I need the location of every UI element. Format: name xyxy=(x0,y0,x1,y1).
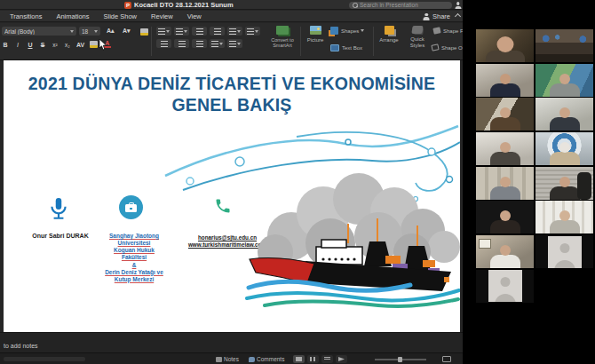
share-person-icon xyxy=(424,13,430,20)
subscript-button[interactable]: x₂ xyxy=(64,42,71,48)
picture-button[interactable]: Picture xyxy=(304,26,327,43)
zoom-slider[interactable] xyxy=(375,359,426,360)
notes-placeholder: to add notes xyxy=(4,343,38,349)
tab-review[interactable]: Review xyxy=(144,12,180,20)
avatar xyxy=(488,270,522,302)
statusbar: Notes Comments xyxy=(0,352,463,364)
columns-button[interactable] xyxy=(210,39,225,48)
italic-button[interactable]: I xyxy=(14,42,21,48)
slide-sorter-view-button[interactable] xyxy=(307,355,319,363)
powerpoint-window: P Kocaeli DTO 28.12.2021 Sunum Search in… xyxy=(0,0,463,364)
indent-decrease-button[interactable] xyxy=(192,27,207,36)
ribbon: Arial (Body) 18 A▴ A▾ B I U S x² x₂ AV A xyxy=(0,23,463,60)
tab-transitions[interactable]: Transitions xyxy=(3,12,49,20)
notes-icon xyxy=(216,357,222,362)
share-button[interactable]: Share xyxy=(424,11,450,22)
search-placeholder: Search in Presentation xyxy=(360,2,418,8)
zoom-gallery xyxy=(463,0,595,364)
search-icon xyxy=(353,3,357,7)
document-title: Kocaeli DTO 28.12.2021 Sunum xyxy=(134,1,234,9)
slide-counter xyxy=(4,357,85,361)
chevron-down-icon xyxy=(70,30,74,33)
comments-toggle-button[interactable]: Comments xyxy=(249,356,284,362)
affiliation-links[interactable]: Sanghay Jiaotong Üniversitesi Koguan Huk… xyxy=(91,233,178,283)
titlebar: P Kocaeli DTO 28.12.2021 Sunum Search in… xyxy=(0,0,463,10)
insert-table-button[interactable] xyxy=(245,27,260,36)
powerpoint-app-icon: P xyxy=(124,2,131,9)
underline-button[interactable]: U xyxy=(27,42,34,48)
cargo-ship-illustration xyxy=(245,158,460,309)
align-right-button[interactable] xyxy=(192,39,207,48)
screen: P Kocaeli DTO 28.12.2021 Sunum Search in… xyxy=(0,0,595,364)
participant-video[interactable] xyxy=(476,167,534,200)
shapes-button[interactable]: Shapes xyxy=(330,27,364,35)
notes-toggle-button[interactable]: Notes xyxy=(216,356,239,362)
strikethrough-button[interactable]: S xyxy=(39,42,46,48)
notes-pane[interactable]: to add notes xyxy=(0,332,463,352)
collapse-ribbon-icon[interactable] xyxy=(455,13,461,20)
participant-video[interactable] xyxy=(476,201,534,233)
briefcase-icon xyxy=(119,195,143,219)
text-box-icon xyxy=(330,44,339,51)
clear-formatting-icon[interactable] xyxy=(140,28,148,36)
bold-button[interactable]: B xyxy=(2,42,9,48)
highlight-color-button[interactable] xyxy=(90,41,98,48)
mouse-cursor xyxy=(99,39,107,51)
tab-view[interactable]: View xyxy=(180,12,209,20)
smartart-icon xyxy=(276,26,289,35)
participant-video[interactable] xyxy=(476,235,534,268)
zoom-slider-knob[interactable] xyxy=(398,357,402,363)
superscript-button[interactable]: x² xyxy=(52,42,59,48)
participant-avatar[interactable] xyxy=(476,270,534,303)
participant-video[interactable] xyxy=(536,132,593,165)
indent-increase-button[interactable] xyxy=(210,27,225,36)
text-box-button[interactable]: Text Box xyxy=(330,44,362,51)
shape-fill-icon xyxy=(432,27,440,35)
shrink-font-button[interactable]: A▾ xyxy=(123,28,131,35)
participant-video[interactable] xyxy=(536,64,593,97)
ribbon-tabs: Transitions Animations Slide Show Review… xyxy=(0,11,463,22)
tab-animations[interactable]: Animations xyxy=(49,12,96,20)
participant-video[interactable] xyxy=(536,201,593,233)
slide-canvas[interactable]: 2021 DÜNYA DENİZ TİCARETİ VE EKONOMİSİNE… xyxy=(4,60,460,332)
fit-slide-to-window-icon[interactable] xyxy=(442,356,451,362)
tab-slide-show[interactable]: Slide Show xyxy=(97,12,145,20)
align-left-button[interactable] xyxy=(156,39,171,48)
text-direction-button[interactable] xyxy=(227,39,242,48)
shapes-icon xyxy=(330,27,338,35)
align-center-button[interactable] xyxy=(174,39,189,48)
participant-video[interactable] xyxy=(476,29,534,62)
comments-icon xyxy=(249,357,255,362)
participant-video[interactable] xyxy=(476,132,534,165)
reading-view-button[interactable] xyxy=(321,355,333,363)
participant-avatar[interactable] xyxy=(536,235,593,268)
chevron-down-icon xyxy=(94,30,98,33)
avatar xyxy=(548,236,582,268)
participant-video[interactable] xyxy=(536,98,593,131)
slideshow-button[interactable] xyxy=(336,355,347,363)
search-input[interactable]: Search in Presentation xyxy=(349,2,452,10)
slide-title[interactable]: 2021 DÜNYA DENİZ TİCARETİ VE EKONOMİSİNE… xyxy=(4,74,460,116)
font-name-select[interactable]: Arial (Body) xyxy=(2,27,76,36)
participant-video[interactable] xyxy=(536,167,593,200)
empty-grid-cell xyxy=(536,270,593,303)
line-spacing-button[interactable] xyxy=(227,27,242,36)
numbering-button[interactable] xyxy=(174,27,189,36)
account-icon[interactable] xyxy=(455,2,461,9)
bullets-button[interactable] xyxy=(156,27,171,36)
normal-view-button[interactable] xyxy=(293,355,305,363)
arrange-button[interactable]: Arrange xyxy=(377,26,401,43)
font-size-select[interactable]: 18 xyxy=(79,27,100,36)
arrange-icon xyxy=(385,26,394,35)
character-spacing-button[interactable]: AV xyxy=(76,42,84,48)
microphone-icon xyxy=(47,196,70,223)
picture-icon xyxy=(310,26,321,35)
quick-styles-button[interactable]: Quick Styles xyxy=(405,26,430,48)
participant-video[interactable] xyxy=(476,98,534,131)
quick-styles-icon xyxy=(411,26,423,34)
convert-to-smartart-button[interactable]: Convert to SmartArt xyxy=(263,26,302,49)
participant-video[interactable] xyxy=(476,64,534,97)
grow-font-button[interactable]: A▴ xyxy=(107,28,115,35)
participant-video[interactable] xyxy=(536,29,593,62)
phone-icon xyxy=(214,197,232,215)
